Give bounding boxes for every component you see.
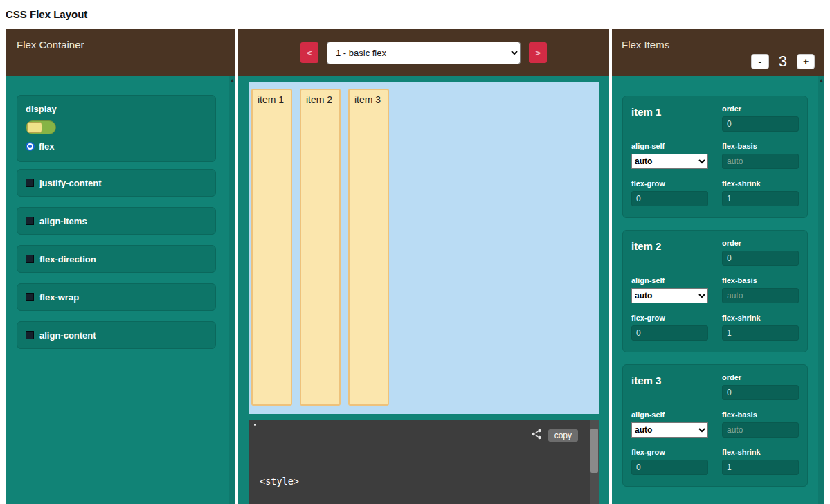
display-card: display flex [17,95,216,162]
share-icon[interactable] [531,429,542,442]
preview-header: < 1 - basic flex > [238,29,609,76]
preview-panel: < 1 - basic flex > item 1 item 2 item 3 [238,29,609,504]
flex-basis-label: flex-basis [722,276,799,285]
item-1-card: item 1 order align-self auto flex-basis [622,96,808,218]
preview-body: item 1 item 2 item 3 [238,76,609,504]
align-self-label: align-self [631,142,708,150]
justify-content-label: justify-content [39,178,102,188]
flex-container-title: Flex Container [6,29,235,60]
flex-wrap-checkbox[interactable] [26,293,34,301]
scroll-up-icon[interactable]: ▲ [229,77,235,84]
flex-container-header: Flex Container [6,29,235,76]
flex-basis-label: flex-basis [722,142,799,150]
flex-items-panel: Flex Items - 3 + item 1 order align-self [612,29,824,504]
page-title: CSS Flex Layout [6,8,87,20]
item-2-flex-grow-input[interactable] [631,325,708,341]
option-flex-direction: flex-direction [17,245,216,273]
code-bullet [254,424,256,426]
item-3-align-self-select[interactable]: auto [631,422,708,438]
align-content-label: align-content [39,330,96,341]
item-1-flex-basis-input[interactable] [722,154,799,169]
item-2-card: item 2 order align-self auto flex-basis [622,230,808,352]
justify-content-checkbox[interactable] [26,179,34,187]
flex-shrink-label: flex-shrink [722,314,799,322]
preview-item-3: item 3 [348,89,389,406]
code-scrollbar-thumb[interactable] [590,429,598,473]
item-1-title: item 1 [631,105,708,132]
demo-select[interactable]: 1 - basic flex [327,42,521,64]
item-2-align-self-select[interactable]: auto [631,288,708,303]
flex-radio[interactable] [26,142,35,151]
align-items-checkbox[interactable] [26,217,34,225]
code-block: <style> .flex-container { display: flex; [260,449,579,504]
code-scrollbar[interactable] [590,420,599,504]
preview-item-2: item 2 [300,89,341,406]
item-2-flex-shrink-input[interactable] [722,325,799,341]
code-line: <style> [260,475,579,488]
item-3-flex-grow-input[interactable] [631,460,708,475]
flex-basis-label: flex-basis [722,411,799,419]
flex-shrink-label: flex-shrink [722,179,799,188]
prev-demo-button[interactable]: < [300,42,318,63]
copy-button[interactable]: copy [548,429,578,442]
left-panel-scrollbar[interactable] [229,76,235,504]
item-2-title: item 2 [631,239,708,266]
item-1-align-self-select[interactable]: auto [631,154,708,169]
remove-item-button[interactable]: - [751,54,769,69]
item-1-flex-shrink-input[interactable] [722,191,799,206]
option-align-content: align-content [17,321,216,349]
scroll-up-icon[interactable]: ▲ [818,77,824,84]
align-self-label: align-self [631,411,708,419]
flex-direction-label: flex-direction [39,254,96,264]
add-item-button[interactable]: + [797,54,815,69]
item-2-flex-basis-input[interactable] [722,288,799,303]
preview-item-1: item 1 [251,89,292,406]
flex-shrink-label: flex-shrink [722,448,799,456]
item-3-card: item 3 order align-self auto flex-basis [622,364,808,487]
right-panel-scrollbar[interactable] [818,76,824,504]
flex-container-body: display flex justify-content align-items [6,76,235,504]
title-bar: CSS Flex Layout [0,0,830,29]
item-1-order-input[interactable] [722,116,799,132]
align-content-checkbox[interactable] [26,331,34,339]
item-2-order-input[interactable] [722,251,799,266]
display-toggle-knob [27,122,42,133]
main-layout: Flex Container display flex justify-cont… [0,29,830,504]
flex-container-panel: Flex Container display flex justify-cont… [6,29,235,504]
item-3-order-input[interactable] [722,385,799,400]
item-3-title: item 3 [631,373,708,400]
display-toggle[interactable] [26,120,56,134]
align-self-label: align-self [631,276,708,285]
flex-wrap-label: flex-wrap [39,292,79,303]
item-3-flex-basis-input[interactable] [722,422,799,438]
flex-grow-label: flex-grow [631,448,708,456]
flex-items-body: item 1 order align-self auto flex-basis [612,76,824,504]
flex-radio-label: flex [39,141,54,152]
flex-grow-label: flex-grow [631,314,708,322]
order-label: order [722,373,799,381]
item-count: 3 [779,53,787,71]
flex-items-header: Flex Items - 3 + [612,29,824,76]
flex-direction-checkbox[interactable] [26,255,34,263]
option-flex-wrap: flex-wrap [17,283,216,311]
item-1-flex-grow-input[interactable] [631,191,708,206]
item-3-flex-shrink-input[interactable] [722,460,799,475]
display-label: display [26,104,207,114]
next-demo-button[interactable]: > [529,42,547,63]
option-justify-content: justify-content [17,169,216,197]
flex-grow-label: flex-grow [631,179,708,188]
code-area: copy <style> .flex-container { display: … [249,420,599,504]
option-align-items: align-items [17,207,216,235]
order-label: order [722,105,799,113]
order-label: order [722,239,799,247]
flex-items-title: Flex Items [622,39,815,51]
align-items-label: align-items [39,216,87,226]
flex-preview-container: item 1 item 2 item 3 [249,82,599,414]
